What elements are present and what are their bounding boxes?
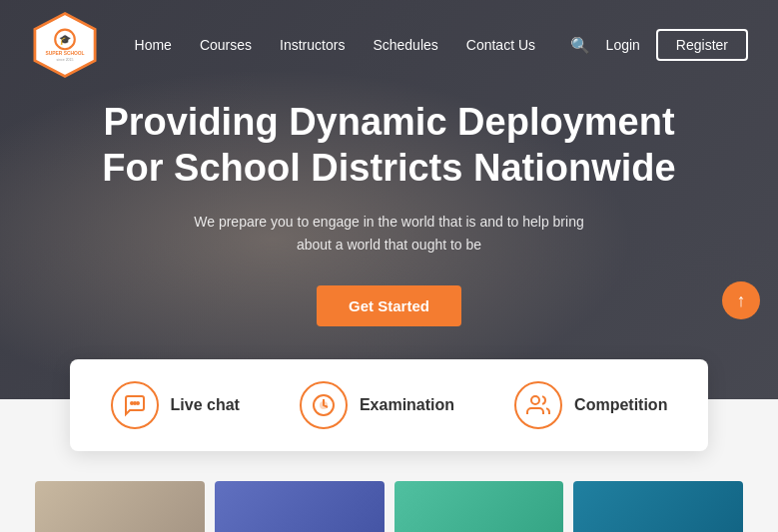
nav-contact[interactable]: Contact Us bbox=[466, 37, 535, 53]
bottom-image-3 bbox=[394, 481, 564, 532]
scroll-top-button[interactable]: ↑ bbox=[722, 281, 760, 319]
bottom-image-1 bbox=[35, 481, 205, 532]
svg-point-7 bbox=[137, 402, 139, 404]
svg-text:SUPER SCHOOL: SUPER SCHOOL bbox=[45, 51, 84, 56]
examination-icon bbox=[300, 381, 348, 429]
nav-links: Home Courses Instructors Schedules Conta… bbox=[135, 36, 536, 54]
nav-actions: 🔍 Login Register bbox=[570, 29, 748, 61]
hero-title: Providing Dynamic Deployment For School … bbox=[100, 100, 679, 191]
navbar: 🎓 SUPER SCHOOL since 2015 Home Courses I… bbox=[0, 0, 778, 90]
features-bar: Live chat Examination Com bbox=[70, 359, 708, 451]
nav-home[interactable]: Home bbox=[135, 37, 172, 53]
get-started-button[interactable]: Get Started bbox=[317, 285, 461, 326]
competition-label: Competition bbox=[574, 396, 667, 414]
live-chat-label: Live chat bbox=[171, 396, 240, 414]
svg-point-5 bbox=[131, 402, 133, 404]
hero-subtitle: We prepare you to engage in the world th… bbox=[180, 211, 599, 256]
hero-section: 🎓 SUPER SCHOOL since 2015 Home Courses I… bbox=[0, 0, 778, 399]
logo[interactable]: 🎓 SUPER SCHOOL since 2015 bbox=[30, 10, 100, 80]
login-link[interactable]: Login bbox=[606, 37, 640, 53]
nav-courses[interactable]: Courses bbox=[200, 37, 252, 53]
svg-point-10 bbox=[531, 396, 539, 404]
bottom-image-4 bbox=[573, 481, 743, 532]
feature-examination: Examination bbox=[300, 381, 454, 429]
svg-point-6 bbox=[134, 402, 136, 404]
bottom-images bbox=[0, 481, 778, 532]
svg-text:since 2015: since 2015 bbox=[57, 58, 74, 62]
search-icon[interactable]: 🔍 bbox=[570, 36, 590, 55]
examination-label: Examination bbox=[360, 396, 454, 414]
svg-marker-0 bbox=[35, 14, 95, 77]
competition-icon bbox=[514, 381, 562, 429]
nav-schedules[interactable]: Schedules bbox=[373, 37, 437, 53]
feature-competition: Competition bbox=[514, 381, 667, 429]
feature-live-chat: Live chat bbox=[111, 381, 240, 429]
bottom-image-2 bbox=[215, 481, 385, 532]
nav-instructors[interactable]: Instructors bbox=[280, 37, 345, 53]
register-button[interactable]: Register bbox=[656, 29, 748, 61]
svg-point-9 bbox=[321, 402, 327, 408]
live-chat-icon bbox=[111, 381, 159, 429]
svg-text:🎓: 🎓 bbox=[59, 33, 72, 46]
